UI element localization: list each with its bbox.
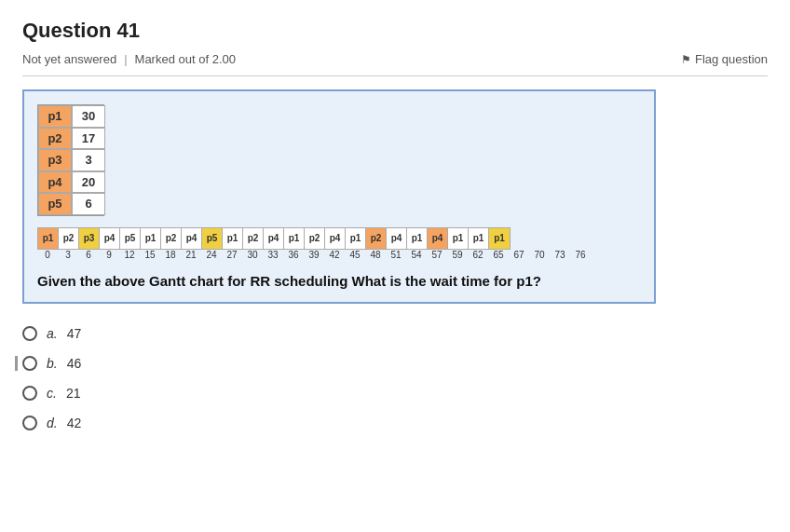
option-b[interactable]: b. 46 — [15, 356, 768, 371]
option-d-letter: d. — [47, 416, 58, 430]
timeline-0: 0 — [37, 250, 58, 260]
marked-out-of-label: Marked out of 2.00 — [135, 52, 236, 66]
timeline-45: 45 — [345, 250, 365, 260]
gantt-cell: p4 — [387, 228, 407, 249]
timeline-6: 6 — [78, 250, 99, 260]
flag-label: Flag question — [695, 52, 768, 66]
process-p1-label: p1 — [38, 105, 72, 128]
timeline-48: 48 — [365, 250, 386, 260]
timeline-73: 73 — [550, 250, 570, 260]
gantt-cell: p2 — [161, 228, 182, 249]
timeline-27: 27 — [222, 250, 242, 260]
gantt-cell: p3 — [79, 228, 100, 249]
process-p5-value: 6 — [72, 193, 105, 215]
gantt-cell: p1 — [223, 228, 243, 249]
process-p4-value: 20 — [72, 171, 105, 194]
gantt-cell: p4 — [264, 228, 284, 249]
process-table: p1 30 p2 17 p3 3 p4 20 p5 6 — [37, 104, 104, 216]
option-c-value: 21 — [66, 386, 81, 401]
gantt-cell: p2 — [305, 228, 325, 249]
process-p5-label: p5 — [38, 193, 72, 215]
option-d-radio[interactable] — [22, 416, 37, 430]
process-p4-label: p4 — [38, 171, 72, 194]
timeline-57: 57 — [427, 250, 447, 260]
gantt-cell: p1 — [141, 228, 161, 249]
gantt-cell: p4 — [325, 228, 346, 249]
timeline-42: 42 — [324, 250, 345, 260]
timeline-39: 39 — [304, 250, 324, 260]
gantt-cells: p1 p2 p3 p4 p5 p1 p2 p4 p5 p1 p2 p4 p1 — [37, 227, 511, 250]
option-b-letter: b. — [47, 356, 58, 371]
options-list: a. 47 b. 46 c. 21 d. 42 — [22, 326, 768, 430]
timeline-33: 33 — [263, 250, 283, 260]
gantt-cell: p4 — [100, 228, 120, 249]
gantt-cell: p4 — [182, 228, 202, 249]
timeline-12: 12 — [119, 250, 140, 260]
option-c-letter: c. — [47, 386, 57, 401]
timeline-54: 54 — [406, 250, 427, 260]
process-p2-value: 17 — [72, 128, 105, 150]
gantt-cell: p1 — [448, 228, 469, 249]
option-c-radio[interactable] — [22, 386, 37, 401]
timeline-65: 65 — [488, 250, 509, 260]
timeline-51: 51 — [386, 250, 406, 260]
timeline-36: 36 — [283, 250, 304, 260]
option-a-value: 47 — [67, 326, 82, 341]
gantt-cell: p2 — [243, 228, 264, 249]
flag-icon: ⚑ — [681, 53, 691, 66]
gantt-cell: p1 — [284, 228, 305, 249]
timeline-18: 18 — [160, 250, 181, 260]
gantt-cell: p1 — [346, 228, 366, 249]
gantt-bar-area: p1 p2 p3 p4 p5 p1 p2 p4 p5 p1 p2 p4 p1 — [37, 227, 641, 260]
meta-separator: | — [124, 52, 127, 66]
gantt-container: p1 30 p2 17 p3 3 p4 20 p5 6 p1 p2 p3 p4 … — [22, 89, 656, 304]
option-b-radio[interactable] — [22, 356, 37, 371]
gantt-cell: p5 — [202, 228, 223, 249]
process-p3-label: p3 — [38, 149, 72, 171]
gantt-cell: p1 — [489, 228, 510, 249]
timeline-9: 9 — [99, 250, 119, 260]
flag-question-button[interactable]: ⚑ Flag question — [681, 52, 768, 66]
gantt-cell: p4 — [428, 228, 448, 249]
timeline-62: 62 — [468, 250, 488, 260]
option-d[interactable]: d. 42 — [22, 416, 768, 430]
not-answered-label: Not yet answered — [22, 52, 116, 66]
question-meta: Not yet answered | Marked out of 2.00 ⚑ … — [22, 52, 768, 76]
timeline-15: 15 — [140, 250, 160, 260]
gantt-cell: p2 — [366, 228, 387, 249]
process-p1-value: 30 — [72, 105, 105, 128]
question-title: Question 41 — [22, 19, 768, 43]
gantt-question-text: Given the above Gantt chart for RR sched… — [37, 273, 641, 289]
process-p3-value: 3 — [72, 149, 105, 171]
gantt-timeline: 0 3 6 9 12 15 18 21 24 27 30 33 36 39 42… — [37, 250, 591, 260]
timeline-67: 67 — [509, 250, 529, 260]
gantt-cell: p1 — [38, 228, 59, 249]
gantt-cell: p5 — [120, 228, 141, 249]
option-d-value: 42 — [67, 416, 82, 430]
option-a[interactable]: a. 47 — [22, 326, 768, 341]
option-c[interactable]: c. 21 — [22, 386, 768, 401]
option-a-letter: a. — [47, 326, 58, 341]
timeline-21: 21 — [181, 250, 201, 260]
option-b-value: 46 — [67, 356, 82, 371]
timeline-24: 24 — [201, 250, 222, 260]
gantt-cell: p1 — [469, 228, 489, 249]
timeline-76: 76 — [570, 250, 591, 260]
timeline-70: 70 — [529, 250, 550, 260]
timeline-30: 30 — [242, 250, 263, 260]
timeline-3: 3 — [58, 250, 78, 260]
process-p2-label: p2 — [38, 128, 72, 150]
timeline-59: 59 — [447, 250, 468, 260]
gantt-cell: p1 — [407, 228, 428, 249]
gantt-cell: p2 — [59, 228, 79, 249]
option-a-radio[interactable] — [22, 326, 37, 341]
